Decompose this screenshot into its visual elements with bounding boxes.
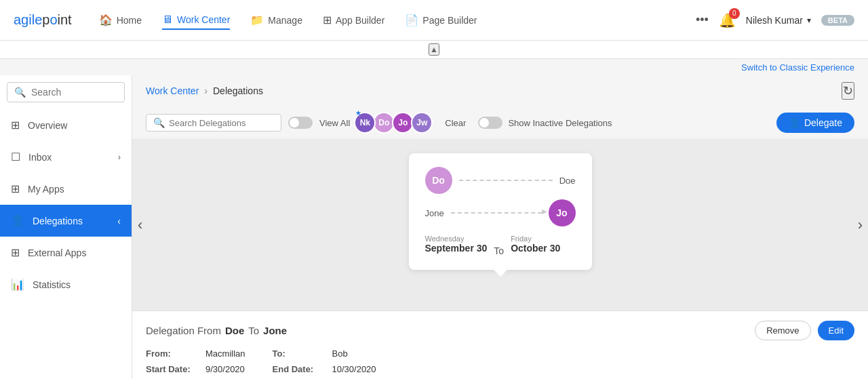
appbuilder-icon: ⊞ xyxy=(323,14,332,26)
search-delegations-input[interactable] xyxy=(169,118,274,128)
card-start-day: Wednesday xyxy=(425,235,488,243)
detail-col-left: From: Macmillan Start Date: 9/30/2020 xyxy=(146,348,245,374)
search-delegations-icon: 🔍 xyxy=(153,117,165,128)
collapse-button[interactable]: ▲ xyxy=(429,43,439,56)
pagebuilder-icon: 📄 xyxy=(405,14,418,26)
avatar-nk-initials: Nk xyxy=(360,118,370,127)
sidebar-item-statistics[interactable]: 📊 Statistics xyxy=(0,268,132,300)
card-from-initials: Do xyxy=(432,175,445,186)
delegation-to-name: Jone xyxy=(263,325,287,336)
overview-icon: ⊞ xyxy=(11,119,20,132)
delegation-card[interactable]: Do Doe Jone Jo Wednesday September 30 xyxy=(409,153,592,270)
card-end-date-main: October 30 xyxy=(511,243,560,254)
card-to-initials: Jo xyxy=(556,207,567,218)
detail-to-value: Bob xyxy=(332,348,348,359)
sidebar-myapps-label: My Apps xyxy=(28,184,64,195)
detail-startdate-label: Start Date: xyxy=(146,364,200,374)
avatar-do-initials: Do xyxy=(378,118,389,127)
refresh-button[interactable]: ↻ xyxy=(842,82,854,100)
workcenter-icon: 🖥 xyxy=(162,14,173,26)
delegation-to-label: To xyxy=(248,325,259,336)
nav-pagebuilder[interactable]: 📄 Page Builder xyxy=(405,11,477,29)
edit-button[interactable]: Edit xyxy=(818,321,854,340)
delegations-icon: 👤 xyxy=(11,214,24,227)
statistics-icon: 📊 xyxy=(11,278,24,291)
nav-appbuilder[interactable]: ⊞ App Builder xyxy=(323,11,384,29)
detail-startdate-value: 9/30/2020 xyxy=(205,364,245,374)
avatar-group: ★ Nk Do Jo Jw xyxy=(357,112,433,134)
delegate-icon: 👤 xyxy=(789,117,800,128)
avatar-jw[interactable]: Jw xyxy=(411,112,433,134)
detail-col-right: To: Bob End Date: 10/30/2020 xyxy=(273,348,376,374)
nav-workcenter[interactable]: 🖥 Work Center xyxy=(162,11,230,30)
nav-workcenter-label: Work Center xyxy=(177,14,230,25)
externalapps-icon: ⊞ xyxy=(11,246,20,259)
card-to-avatar: Jo xyxy=(549,199,576,226)
notification-badge: 0 xyxy=(729,8,740,19)
breadcrumb-bar: Work Center › Delegations ↻ xyxy=(132,75,868,106)
inactive-label: Show Inactive Delegations xyxy=(508,118,612,128)
sidebar-item-myapps[interactable]: ⊞ My Apps xyxy=(0,173,132,205)
sidebar-search-input[interactable] xyxy=(31,87,117,98)
prev-button[interactable]: ‹ xyxy=(138,216,142,234)
detail-to-row: To: Bob xyxy=(273,348,376,359)
detail-from-label: From: xyxy=(146,348,200,359)
delegate-label: Delegate xyxy=(804,117,842,128)
sidebar-search-box[interactable]: 🔍 xyxy=(7,82,125,102)
manage-icon: 📁 xyxy=(250,14,264,26)
card-start-date-main: September 30 xyxy=(425,243,488,254)
breadcrumb-workcenter[interactable]: Work Center xyxy=(146,85,199,96)
notification-button[interactable]: 🔔 0 xyxy=(719,12,736,28)
user-menu[interactable]: Nilesh Kumar ▾ xyxy=(746,15,811,26)
clear-button[interactable]: Clear xyxy=(439,115,471,131)
card-to-row: Jone Jo xyxy=(425,199,576,226)
card-to-label: To xyxy=(494,235,504,256)
details-title: Delegation From Doe To Jone Remove Edit xyxy=(146,321,854,340)
inbox-icon: ☐ xyxy=(11,151,20,163)
avatar-nk-wrap: ★ Nk xyxy=(357,112,376,134)
sidebar-item-externalapps[interactable]: ⊞ External Apps xyxy=(0,237,132,268)
details-fields: From: Macmillan Start Date: 9/30/2020 To… xyxy=(146,348,854,374)
inactive-toggle[interactable] xyxy=(478,117,502,129)
next-button[interactable]: › xyxy=(858,216,863,234)
classic-link[interactable]: Switch to Classic Experience xyxy=(741,62,854,73)
user-chevron-icon: ▾ xyxy=(807,16,811,25)
main-layout: 🔍 ⊞ Overview ☐ Inbox › ⊞ My Apps 👤 Deleg… xyxy=(0,75,868,379)
inbox-arrow-icon: › xyxy=(118,153,121,162)
sidebar-item-delegations[interactable]: 👤 Delegations ‹ xyxy=(0,205,132,237)
view-all-toggle-wrap xyxy=(288,117,313,129)
more-icon[interactable]: ••• xyxy=(696,13,709,27)
card-from-row: Do Doe xyxy=(425,167,576,194)
logo: agilepoint xyxy=(14,12,72,28)
nav-appbuilder-label: App Builder xyxy=(336,15,384,26)
breadcrumb-sep: › xyxy=(204,85,208,96)
nav-home-label: Home xyxy=(117,15,142,26)
toggle-knob xyxy=(290,118,299,127)
sidebar: 🔍 ⊞ Overview ☐ Inbox › ⊞ My Apps 👤 Deleg… xyxy=(0,75,132,379)
view-all-toggle[interactable] xyxy=(288,117,313,129)
delegate-button[interactable]: 👤 Delegate xyxy=(776,113,854,133)
nav-items: 🏠 Home 🖥 Work Center 📁 Manage ⊞ App Buil… xyxy=(99,11,696,30)
toolbar: 🔍 View All ★ Nk Do xyxy=(132,106,868,140)
detail-enddate-value: 10/30/2020 xyxy=(332,364,376,374)
card-from-name: Doe xyxy=(559,176,576,186)
search-delegations-box[interactable]: 🔍 xyxy=(146,114,281,132)
detail-enddate-row: End Date: 10/30/2020 xyxy=(273,364,376,374)
card-from-avatar: Do xyxy=(425,167,452,194)
detail-startdate-row: Start Date: 9/30/2020 xyxy=(146,364,245,374)
sidebar-item-overview[interactable]: ⊞ Overview xyxy=(0,109,132,141)
card-end-day: Friday xyxy=(511,235,560,243)
sidebar-item-inbox[interactable]: ☐ Inbox › xyxy=(0,141,132,173)
nav-home[interactable]: 🏠 Home xyxy=(99,11,142,29)
card-dates: Wednesday September 30 To Friday October… xyxy=(425,235,576,256)
top-nav: agilepoint 🏠 Home 🖥 Work Center 📁 Manage… xyxy=(0,0,868,41)
myapps-icon: ⊞ xyxy=(11,182,20,195)
inactive-toggle-wrap: Show Inactive Delegations xyxy=(478,117,612,129)
classic-link-bar: Switch to Classic Experience xyxy=(0,59,868,75)
nav-pagebuilder-label: Page Builder xyxy=(422,15,477,26)
content-area: Work Center › Delegations ↻ 🔍 View All ★ xyxy=(132,75,868,379)
sidebar-inbox-label: Inbox xyxy=(28,152,52,163)
nav-manage[interactable]: 📁 Manage xyxy=(250,11,302,29)
remove-button[interactable]: Remove xyxy=(755,321,810,340)
nav-manage-label: Manage xyxy=(268,15,302,26)
